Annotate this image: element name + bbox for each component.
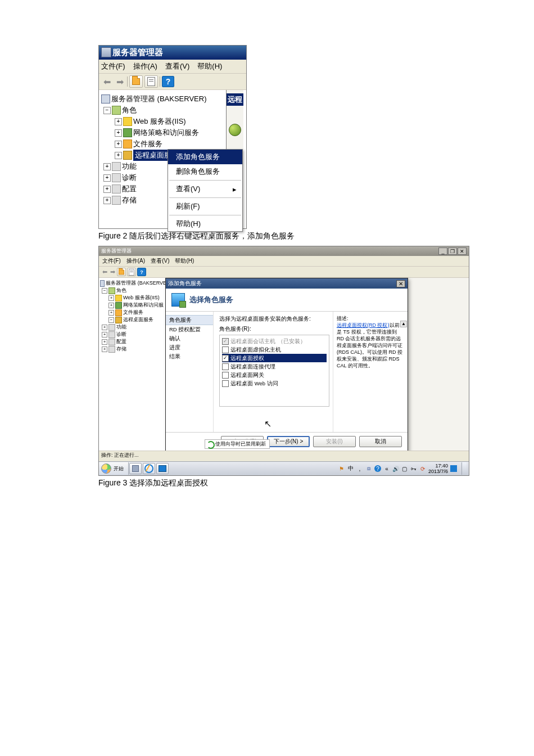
tree-iis[interactable]: Web 服务器(IIS) [133,116,186,127]
tree-config[interactable]: 配置 [116,338,126,345]
expand-icon[interactable]: + [102,346,107,352]
ctx-refresh[interactable]: 刷新(F) [168,199,242,214]
ctx-view[interactable]: 查看(V) ▸ [168,182,242,196]
expand-icon[interactable]: + [103,163,111,170]
expand-icon[interactable]: + [102,332,107,338]
nav-back-icon[interactable]: ⬅ [101,269,108,276]
ctx-help[interactable]: 帮助(H) [168,217,242,231]
tray-more-icon[interactable]: 🗝 [410,465,417,472]
expand-icon[interactable]: + [115,152,122,159]
tree-features[interactable]: 功能 [122,161,137,172]
menu-view[interactable]: 查看(V) [165,61,189,71]
expand-icon[interactable]: + [103,186,111,193]
properties-button[interactable] [127,268,136,276]
taskbar-console[interactable] [156,463,169,474]
nav-role-services[interactable]: 角色服务 [166,315,213,325]
tray-volume-icon[interactable]: 🔊 [392,465,399,472]
tree-npas[interactable]: 网络策略和访问服 [123,302,164,309]
tree-root[interactable]: 服务器管理器 (BAKSERVE [106,280,166,287]
tray-ime2-icon[interactable]: , [356,465,363,472]
tree-file-services[interactable]: 文件服务 [123,309,143,316]
menu-view[interactable]: 查看(V) [151,257,169,265]
menu-file[interactable]: 文件(F) [102,257,121,265]
expand-icon[interactable]: + [108,303,114,308]
expand-icon[interactable]: + [115,129,122,137]
tray-hidden-icons[interactable]: « [383,465,390,472]
expand-icon[interactable]: + [102,325,107,330]
cancel-button[interactable]: 取消 [359,436,402,447]
next-button[interactable]: 下一步(N) > [267,436,310,447]
tray-network-icon[interactable]: ⧈ [365,465,372,472]
up-level-button[interactable] [117,268,126,276]
checkbox-icon[interactable] [222,346,229,353]
tree-roles[interactable]: 角色 [122,105,137,116]
checkbox-checked-icon[interactable]: ✓ [222,355,229,362]
expand-icon[interactable]: + [115,141,122,148]
tree-roles[interactable]: 角色 [116,287,126,294]
close-button[interactable]: ✕ [458,248,467,255]
tree-rds[interactable]: 远程桌面服务 [123,316,153,323]
collapse-icon[interactable]: − [102,288,107,294]
tray-action-center-icon[interactable]: ⚑ [338,465,345,472]
start-button[interactable]: 开始 [99,462,129,475]
ctx-remove-role-services[interactable]: 删除角色服务 [168,164,242,179]
tree-config[interactable]: 配置 [122,183,137,195]
collapse-icon[interactable]: − [108,317,114,323]
tray-ime1-icon[interactable]: 中 [347,465,354,472]
expand-icon[interactable]: + [103,174,111,182]
expand-icon[interactable]: + [103,197,111,204]
description-link[interactable]: 远程桌面授权(RD 授权) [337,322,390,328]
ctx-add-role-services[interactable]: 添加角色服务 [168,150,242,164]
menu-action[interactable]: 操作(A) [133,61,157,71]
show-desktop-button[interactable] [461,462,467,475]
collapse-icon[interactable]: − [103,107,111,114]
nav-back-icon[interactable]: ⬅ [101,76,112,87]
tree-iis[interactable]: Web 服务器(IIS) [123,294,160,302]
tree-diagnostics[interactable]: 诊断 [116,331,126,338]
menu-help[interactable]: 帮助(H) [175,257,194,265]
svc-rd-gateway[interactable]: 远程桌面网关 [222,371,327,379]
tree-diagnostics[interactable]: 诊断 [122,172,137,183]
nav-forward-icon[interactable]: ➡ [114,76,125,87]
menu-action[interactable]: 操作(A) [126,257,145,265]
wizard-close-button[interactable]: ✕ [396,280,405,287]
taskbar-clock[interactable]: 17:40 2013/7/6 [428,463,448,474]
checkbox-icon[interactable] [222,380,229,387]
help-button[interactable]: ? [162,76,174,87]
minimize-button[interactable]: _ [438,248,447,255]
tree-features[interactable]: 功能 [116,323,126,331]
svc-rd-web-access[interactable]: 远程桌面 Web 访问 [222,379,327,388]
expand-icon[interactable]: + [115,118,122,125]
svc-rd-virtualization-host[interactable]: 远程桌面虚拟化主机 [222,345,327,354]
tree-storage[interactable]: 存储 [116,345,126,353]
tray-unknown-icon[interactable] [450,465,457,472]
svc-rd-licensing[interactable]: ✓ 远程桌面授权 [222,354,327,362]
tree-npas[interactable]: 网络策略和访问服务 [133,127,199,138]
tree-storage[interactable]: 存储 [122,195,137,206]
tray-help-icon[interactable]: ? [374,465,381,472]
tray-notification-icon[interactable]: ▢ [401,465,408,472]
taskbar-server-manager[interactable] [129,463,142,474]
help-button[interactable]: ? [137,268,146,276]
tree-root[interactable]: 服务器管理器 (BAKSERVER) [111,93,207,105]
nav-rd-license-config[interactable]: RD 授权配置 [169,325,213,334]
tray-updates-icon[interactable]: ⟳ [419,465,426,472]
nav-confirm[interactable]: 确认 [169,334,213,343]
tree-file-services[interactable]: 文件服务 [133,138,162,150]
svc-rd-connection-broker[interactable]: 远程桌面连接代理 [222,362,327,371]
maximize-button[interactable]: ❐ [448,248,457,255]
checkbox-icon[interactable] [222,363,229,370]
menu-help[interactable]: 帮助(H) [197,61,222,71]
taskbar-internet-explorer[interactable] [143,463,155,474]
expand-icon[interactable]: + [108,310,114,316]
checkbox-icon[interactable] [222,372,229,379]
nav-forward-icon[interactable]: ➡ [109,269,116,276]
nav-progress[interactable]: 进度 [169,343,213,352]
properties-button[interactable] [144,75,158,88]
nav-result[interactable]: 结果 [169,352,213,361]
expand-icon[interactable]: + [102,339,107,345]
scroll-up-icon[interactable]: ▲ [400,321,407,327]
menu-file[interactable]: 文件(F) [101,61,125,71]
up-level-button[interactable] [129,75,143,88]
expand-icon[interactable]: + [108,295,114,301]
